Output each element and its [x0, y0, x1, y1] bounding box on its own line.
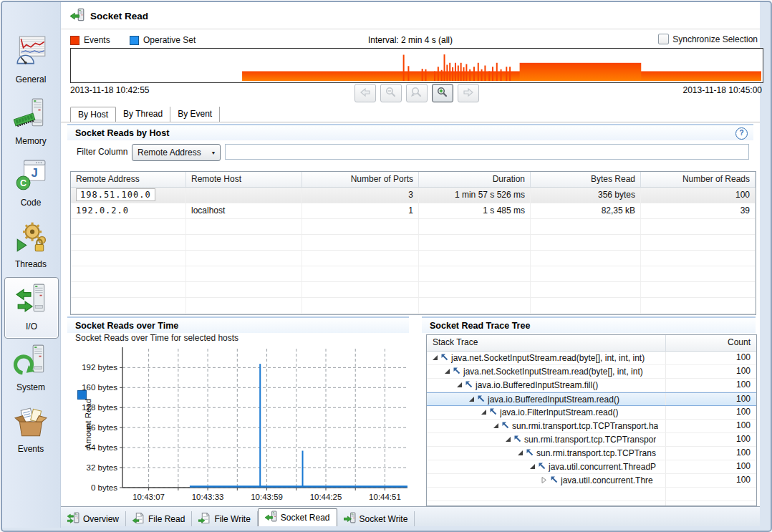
collapse-toggle-icon[interactable]	[516, 448, 523, 460]
tree-row[interactable]: java.util.concurrent.Thre 100	[427, 474, 756, 488]
zoom-in-button[interactable]	[432, 84, 453, 102]
tab-by-thread[interactable]: By Thread	[116, 107, 170, 122]
column-header-duration[interactable]: Duration	[419, 172, 531, 187]
svg-text:10:44:25: 10:44:25	[310, 493, 342, 501]
help-icon[interactable]: ?	[735, 127, 748, 140]
socket-read-icon	[70, 8, 85, 24]
collapse-toggle-icon[interactable]	[443, 366, 450, 378]
filter-column-value: Remote Address	[132, 147, 207, 158]
checkbox-icon[interactable]	[658, 34, 669, 44]
svg-text:10:43:59: 10:43:59	[251, 493, 283, 501]
filter-column-dropdown[interactable]: Remote Address ▼	[132, 144, 221, 161]
y-axis-label: Amount Read	[84, 385, 92, 463]
collapse-toggle-icon[interactable]	[492, 420, 499, 432]
collapse-toggle-icon[interactable]	[455, 379, 463, 392]
zoom-out-button[interactable]	[380, 84, 402, 102]
collapse-toggle-icon[interactable]	[480, 407, 487, 419]
zoom-in-icon	[436, 86, 449, 101]
tree-row[interactable]: sun.rmi.transport.tcp.TCPTransport.ha 10…	[427, 420, 756, 433]
table-cell: 39	[641, 203, 756, 218]
page-tab-socket-read[interactable]: Socket Read	[258, 508, 337, 526]
synchronize-selection-checkbox[interactable]: Synchronize Selection	[658, 34, 758, 44]
filter-input[interactable]	[225, 144, 749, 160]
column-header-stack-trace[interactable]: Stack Trace	[427, 335, 666, 351]
general-icon	[14, 31, 48, 72]
view-tabs: By Host By Thread By Event	[70, 107, 220, 122]
timeline-toolbar	[354, 84, 479, 102]
back-button[interactable]	[354, 84, 376, 102]
sidebar-item-io[interactable]: I/O	[4, 277, 59, 339]
count-cell: 100	[666, 365, 756, 378]
interval-label: Interval: 2 min 4 s (all)	[61, 35, 760, 45]
column-header-remote-host[interactable]: Remote Host	[186, 172, 302, 187]
tree-row[interactable]: java.io.FilterInputStream.read() 100	[427, 406, 756, 420]
sidebar-item-system[interactable]: System	[4, 339, 57, 399]
tab-by-event[interactable]: By Event	[170, 107, 220, 122]
page-tab-label: Overview	[83, 514, 119, 524]
cell-editor[interactable]: 198.51.100.0	[76, 188, 155, 201]
tree-row[interactable]: java.util.concurrent.ThreadP 100	[427, 460, 756, 474]
tree-row[interactable]: java.net.SocketInputStream.read(byte[], …	[427, 352, 756, 365]
tree-row[interactable]: java.io.BufferedInputStream.read() 100	[427, 392, 756, 406]
table-cell: 192.0.2.0	[71, 203, 186, 218]
zoom-selection-button[interactable]	[406, 84, 428, 102]
sidebar-item-threads[interactable]: Threads	[4, 216, 57, 276]
svg-text:0 bytes: 0 bytes	[91, 483, 117, 492]
page-tab-file-write[interactable]: File Write	[192, 511, 257, 526]
svg-text:10:43:07: 10:43:07	[132, 493, 165, 501]
sidebar-item-memory[interactable]: Memory	[4, 92, 57, 153]
page-tab-file-read[interactable]: File Read	[126, 511, 192, 526]
event-timeline-chart[interactable]	[70, 48, 763, 83]
stack-frame-icon	[523, 448, 536, 460]
page-tab-socket-write[interactable]: Socket Write	[337, 511, 415, 526]
socket-read-trace-tree-table[interactable]: Stack Trace Count java.net.SocketInputSt…	[426, 334, 757, 506]
collapse-toggle-icon[interactable]	[468, 394, 475, 405]
count-cell: 100	[666, 393, 756, 405]
stack-frame-icon	[487, 407, 500, 419]
svg-text:J: J	[32, 166, 38, 180]
stack-frame-text: java.util.concurrent.ThreadP	[549, 461, 656, 473]
column-header-number-of-ports[interactable]: Number of Ports	[302, 172, 419, 187]
table-row[interactable]: 192.0.2.0localhost11 s 485 ms82,35 kB39	[71, 203, 756, 219]
section-header-socket-reads-by-host: Socket Reads by Host ?	[67, 124, 753, 140]
stack-frame-text: java.net.SocketInputStream.read(byte[], …	[463, 366, 643, 378]
count-cell: 100	[666, 406, 756, 419]
table-cell: localhost	[186, 203, 302, 218]
page-tab-label: File Read	[148, 514, 185, 524]
sidebar-item-code[interactable]: J C Code	[4, 154, 57, 214]
tree-row[interactable]: java.net.SocketInputStream.read(byte[], …	[427, 365, 756, 379]
collapse-toggle-icon[interactable]	[431, 352, 438, 364]
stack-frame-text: java.io.BufferedInputStream.read()	[488, 394, 619, 405]
tree-row[interactable]: sun.rmi.transport.tcp.TCPTranspor 100	[427, 433, 756, 447]
header-separator	[61, 29, 760, 29]
table-row[interactable]: 198.51.100.031 min 57 s 526 ms356 bytes1…	[71, 188, 756, 203]
count-cell: 100	[666, 433, 756, 446]
page-tab-label: Socket Read	[281, 513, 330, 523]
forward-button[interactable]	[458, 84, 479, 102]
stack-frame-icon	[499, 420, 512, 432]
sidebar-item-events[interactable]: Events	[4, 400, 57, 460]
arrow-left-icon	[359, 86, 372, 101]
empty-tree-row	[427, 488, 756, 501]
column-header-number-of-reads[interactable]: Number of Reads	[641, 172, 756, 187]
tree-row[interactable]: sun.rmi.transport.tcp.TCPTrans 100	[427, 447, 756, 460]
chart-canvas[interactable]: 10:43:0710:43:3310:43:5910:44:2510:44:51…	[67, 344, 411, 508]
filter-row: Filter Column Remote Address ▼	[61, 143, 760, 162]
table-cell: 1 min 57 s 526 ms	[419, 188, 531, 203]
stack-frame-text: sun.rmi.transport.tcp.TCPTrans	[536, 448, 656, 460]
main-panel: Socket Read Events Operative Set Interva…	[61, 2, 760, 526]
table-cell: 3	[302, 188, 419, 203]
collapse-toggle-icon[interactable]	[504, 434, 511, 446]
collapse-toggle-icon[interactable]	[529, 461, 536, 473]
socket-reads-by-host-table[interactable]: Remote AddressRemote HostNumber of Ports…	[70, 171, 756, 315]
expand-toggle-icon[interactable]	[541, 475, 548, 487]
page-tab-label: Socket Write	[360, 514, 408, 524]
column-header-count[interactable]: Count	[666, 335, 756, 351]
tree-row[interactable]: java.io.BufferedInputStream.fill() 100	[427, 379, 756, 392]
sidebar-item-general[interactable]: General	[4, 31, 57, 91]
tab-by-host[interactable]: By Host	[70, 107, 116, 122]
column-header-remote-address[interactable]: Remote Address	[71, 172, 186, 187]
socket-reads-over-time-chart[interactable]: Amount Read 10:43:0710:43:3310:43:5910:4…	[67, 344, 411, 506]
page-tab-overview[interactable]: Overview	[61, 511, 126, 526]
column-header-bytes-read[interactable]: Bytes Read	[531, 172, 641, 187]
